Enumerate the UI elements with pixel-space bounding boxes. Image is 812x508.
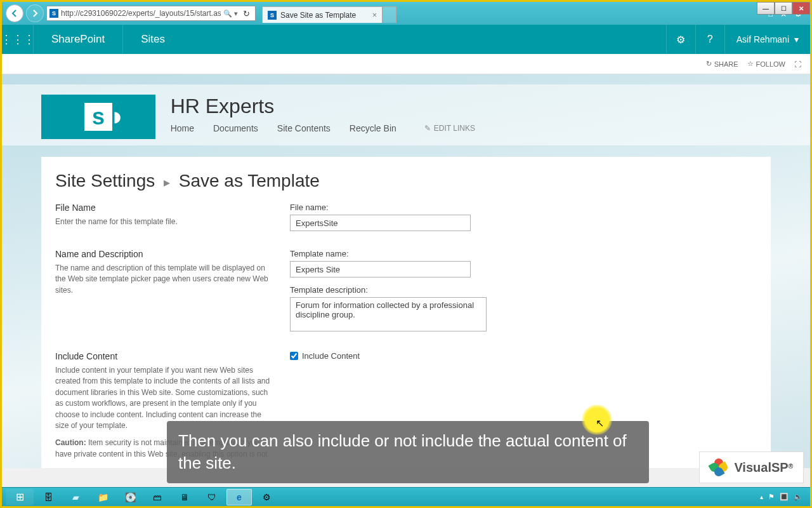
caution-label: Caution: (55, 438, 86, 447)
taskbar-app3[interactable]: 🖥 (172, 489, 197, 505)
follow-label: FOLLOW (756, 60, 785, 68)
settings-gear-button[interactable]: ⚙ (666, 25, 695, 54)
template-name-input[interactable] (290, 261, 471, 277)
crumb-site-settings[interactable]: Site Settings (55, 171, 155, 190)
db-icon: 🗃 (150, 491, 164, 503)
url-input[interactable] (61, 6, 221, 20)
page-body: s HR Experts Home Documents Site Content… (2, 74, 810, 468)
suite-right: ⚙ ? Asif Rehmani ▾ (666, 25, 810, 54)
top-nav: Home Documents Site Contents Recycle Bin… (171, 123, 475, 133)
address-bar[interactable]: S 🔍 ▾ ↻ (46, 6, 256, 21)
taskbar-server-manager[interactable]: 🗄 (36, 489, 61, 505)
visualsp-badge: VisualSP® (699, 451, 804, 483)
nav-home[interactable]: Home (171, 123, 194, 133)
app-launcher-button[interactable]: ⋮⋮⋮ (2, 25, 34, 54)
site-title: HR Experts (171, 95, 475, 118)
pencil-icon: ✎ (424, 124, 431, 133)
site-header: s HR Experts Home Documents Site Content… (2, 84, 810, 145)
section-file-name: File Name Enter the name for this templa… (55, 203, 771, 231)
name-desc-text: The name and description of this templat… (55, 263, 271, 296)
taskbar-ie[interactable]: e (226, 489, 252, 505)
powershell-icon: ▰ (69, 491, 82, 503)
taskbar-explorer[interactable]: 📁 (90, 489, 115, 505)
include-heading: Include Content (55, 351, 271, 361)
help-button[interactable]: ? (695, 25, 724, 54)
follow-button[interactable]: ☆ FOLLOW (747, 60, 785, 68)
include-content-checkbox-label: Include Content (302, 351, 360, 361)
template-name-label: Template name: (290, 249, 487, 258)
folder-icon: 📁 (96, 491, 110, 503)
window-controls: — ☐ ✕ (757, 2, 810, 15)
user-name-label: Asif Rehmani (737, 34, 789, 44)
arrow-left-icon (10, 9, 19, 18)
taskbar-powershell[interactable]: ▰ (63, 489, 88, 505)
share-button[interactable]: ↻ SHARE (706, 60, 738, 68)
section-name-description: Name and Description The name and descri… (55, 249, 771, 333)
edit-links-label: EDIT LINKS (434, 124, 475, 133)
search-dropdown-icon[interactable]: 🔍 ▾ (221, 10, 240, 18)
browser-tab-title: Save Site as Template (280, 11, 356, 20)
taskbar-app1[interactable]: 💽 (117, 489, 143, 505)
tray-volume-icon[interactable]: 🔈 (794, 493, 802, 501)
ie-icon: e (232, 491, 246, 503)
crumb-current: Save as Template (179, 171, 320, 190)
nav-site-contents[interactable]: Site Contents (277, 123, 331, 133)
nav-recycle-bin[interactable]: Recycle Bin (350, 123, 396, 133)
server-icon: 🗄 (41, 491, 55, 503)
taskbar-app2[interactable]: 🗃 (145, 489, 170, 505)
name-desc-heading: Name and Description (55, 249, 271, 259)
tray-show-hidden[interactable]: ▴ (760, 493, 763, 500)
shield-icon: 🛡 (205, 491, 219, 503)
template-desc-input[interactable]: Forum for information collected by a pro… (290, 297, 487, 331)
tray-network-icon[interactable]: 🔳 (780, 493, 789, 501)
start-button[interactable]: ⊞ (6, 489, 34, 505)
site-meta: HR Experts Home Documents Site Contents … (171, 95, 475, 133)
file-name-desc: Enter the name for this template file. (55, 217, 271, 227)
browser-forward-button[interactable] (26, 4, 44, 22)
refresh-icon[interactable]: ↻ (240, 9, 252, 18)
page-action-bar: ↻ SHARE ☆ FOLLOW ⛶ (2, 54, 810, 74)
star-icon: ☆ (747, 60, 754, 68)
taskbar-settings[interactable]: ⚙ (254, 489, 279, 505)
disk-icon: 💽 (123, 491, 137, 503)
browser-tab-active[interactable]: S Save Site as Template × (262, 6, 383, 23)
arrow-right-icon (30, 9, 39, 18)
tab-close-icon[interactable]: × (372, 11, 377, 20)
monitor-icon: 🖥 (178, 491, 192, 503)
sharepoint-favicon-icon: S (49, 9, 58, 18)
window-minimize-button[interactable]: — (757, 2, 775, 15)
suite-bar: ⋮⋮⋮ SharePoint Sites ⚙ ? Asif Rehmani ▾ (2, 25, 810, 54)
file-name-input[interactable] (290, 215, 471, 231)
window-maximize-button[interactable]: ☐ (775, 2, 792, 15)
share-label: SHARE (714, 60, 738, 68)
tray-flag-icon[interactable]: ⚑ (768, 493, 775, 501)
taskbar: ⊞ 🗄 ▰ 📁 💽 🗃 🖥 🛡 e ⚙ ▴ ⚑ 🔳 🔈 (2, 487, 810, 506)
visualsp-logo-icon (710, 458, 728, 476)
file-name-heading: File Name (55, 203, 271, 213)
cursor-highlight: ↖ (582, 404, 612, 435)
sharepoint-logo-icon: s (84, 103, 112, 131)
breadcrumb: Site Settings ▸ Save as Template (55, 171, 771, 191)
template-desc-label: Template description: (290, 285, 487, 295)
focus-button[interactable]: ⛶ (794, 60, 801, 68)
visualsp-text: VisualSP® (734, 460, 793, 475)
browser-tabs: S Save Site as Template × (262, 4, 396, 23)
sharepoint-tab-icon: S (268, 11, 277, 20)
user-menu[interactable]: Asif Rehmani ▾ (724, 25, 810, 54)
browser-new-tab-button[interactable] (383, 6, 396, 23)
suite-brand-label[interactable]: SharePoint (34, 25, 123, 54)
crumb-separator-icon: ▸ (164, 175, 170, 189)
browser-toolbar: S 🔍 ▾ ↻ S Save Site as Template × ⌂ ★ ⚙ (2, 2, 810, 25)
system-tray: ▴ ⚑ 🔳 🔈 (760, 493, 806, 501)
window-close-button[interactable]: ✕ (792, 2, 810, 15)
suite-sites-link[interactable]: Sites (123, 33, 183, 46)
edit-links-button[interactable]: ✎ EDIT LINKS (424, 124, 475, 133)
taskbar-app4[interactable]: 🛡 (199, 489, 225, 505)
include-content-checkbox-row: Include Content (290, 351, 360, 361)
nav-documents[interactable]: Documents (213, 123, 258, 133)
site-logo[interactable]: s (41, 95, 155, 139)
file-name-label: File name: (290, 203, 471, 212)
chevron-down-icon: ▾ (794, 34, 799, 44)
browser-back-button[interactable] (6, 4, 23, 22)
include-content-checkbox[interactable] (290, 352, 298, 360)
